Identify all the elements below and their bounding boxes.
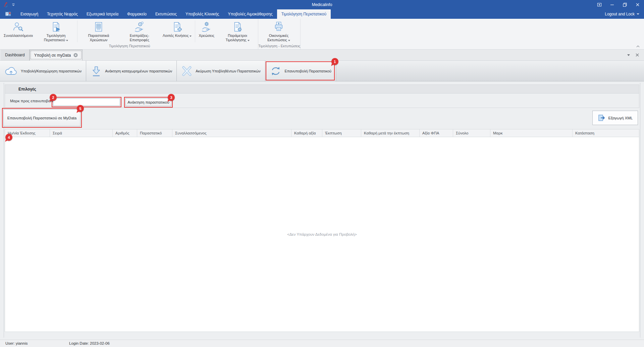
column-header-παραστατικό[interactable]: Παραστατικό bbox=[137, 129, 172, 137]
ribbon-collapse-icon[interactable] bbox=[635, 44, 641, 48]
ribbon-group-caption: Τιμολόγηση - Εκτυπώσεις bbox=[258, 43, 300, 49]
tab-strip-close-icon[interactable] bbox=[635, 53, 639, 57]
menu-tab-εξωτερικά-ιατρεία[interactable]: Εξωτερικά Ιατρεία bbox=[82, 9, 123, 19]
toolbar-button-ανάκτηση-καταχωρημένων-παραστατικών[interactable]: Ανάκτηση καταχωρημένων παραστατικών bbox=[86, 61, 177, 81]
document-tab-strip: DashboardΥποβολή σε myData bbox=[0, 50, 644, 61]
menu-tab-τιμολόγηση-περιστατικού[interactable]: Τιμολόγηση Περιστατικού bbox=[277, 9, 331, 19]
ribbon-button-συναλλασσόμενοι[interactable]: Συναλλασσόμενοι bbox=[1, 19, 36, 43]
invoice-doc-icon bbox=[50, 20, 62, 34]
cancel-x-icon bbox=[181, 65, 193, 77]
toolbar-button-επανυποβολή-παραστατικού[interactable]: Επανυποβολή Παραστατικού1 bbox=[265, 61, 336, 81]
annotation-badge-2: 2 bbox=[50, 94, 57, 101]
tab-close-icon[interactable] bbox=[73, 53, 78, 57]
cloud-upload-icon bbox=[4, 66, 18, 76]
ribbon-button-παραστατικά-χρεώσεων[interactable]: Παραστατικά Χρεώσεων bbox=[78, 19, 119, 43]
retrieve-document-button[interactable]: Ανάκτηση παραστατικού bbox=[125, 98, 171, 106]
application-menu-button[interactable] bbox=[0, 9, 16, 19]
menu-tab-φαρμακείο[interactable]: Φαρμακείο bbox=[123, 9, 151, 19]
options-caption: Επιλογές bbox=[5, 85, 639, 94]
status-bar: User: yiannis Login Date: 2023-02-06 bbox=[0, 340, 644, 347]
ribbon-group-caption: Τιμολόγηση Περιστατικού bbox=[1, 43, 258, 49]
download-icon bbox=[91, 65, 102, 77]
ribbon-button-εισπράξεις-επιστροφές[interactable]: 1Εισπράξεις-Επιστροφές bbox=[119, 19, 160, 43]
document-tab-υποβολή-σε-mydata[interactable]: Υποβολή σε myData bbox=[30, 50, 83, 60]
close-button[interactable] bbox=[631, 0, 644, 9]
hand-gear-icon bbox=[201, 20, 212, 34]
restore-button[interactable] bbox=[619, 0, 631, 9]
ribbon-group-τιμολόγηση-εκτυπώσεις: Οικονομικές ΕκτυπώσειςΤιμολόγηση - Εκτυπ… bbox=[258, 19, 301, 49]
toolbar-button-ακύρωση-υποβληθέντων-παραστατικών[interactable]: Ακύρωση Υποβληθέντων Παραστατικών bbox=[177, 61, 265, 81]
ribbon-button-label: Τιμολόγηση Περιστατικού bbox=[38, 34, 74, 42]
column-header-αριθμός[interactable]: Αριθμός bbox=[113, 129, 137, 137]
document-tab-dashboard[interactable]: Dashboard bbox=[1, 50, 30, 60]
ribbon-button-χρεώσεις[interactable]: Χρεώσεις bbox=[196, 19, 217, 43]
logout-and-lock-button[interactable]: Logout and Lock bbox=[605, 9, 644, 19]
ribbon-button-label: Λοιπές Κινήσεις bbox=[163, 34, 192, 38]
application-menu-icon bbox=[4, 11, 12, 17]
ribbon: ΣυναλλασσόμενοιΤιμολόγηση ΠεριστατικούΠα… bbox=[0, 19, 644, 50]
minimize-icon bbox=[609, 2, 615, 7]
ribbon-button-label: Οικονομικές Εκτυπώσεις bbox=[261, 34, 297, 42]
export-xml-icon bbox=[598, 114, 606, 122]
column-header-έκπτωση[interactable]: Έκπτωση bbox=[322, 129, 361, 137]
grid-empty-text: <Δεν Υπάρχουν Δεδομένα για Προβολή> bbox=[287, 232, 357, 236]
toolbar-button-label: Ανάκτηση καταχωρημένων παραστατικών bbox=[105, 69, 172, 73]
status-login-date: Login Date: 2023-02-06 bbox=[69, 341, 110, 345]
chevron-down-icon bbox=[190, 36, 192, 37]
restore-icon bbox=[622, 2, 628, 7]
doc-gear-icon bbox=[232, 20, 243, 34]
ribbon-button-label: Εισπράξεις-Επιστροφές bbox=[122, 34, 157, 42]
ribbon-button-παράμετροι-τιμολόγησης[interactable]: Παράμετροι Τιμολόγησης bbox=[217, 19, 258, 43]
menu-tabs: ΕισαγωγήΤεχνητός ΝεφρόςΕξωτερικά Ιατρεία… bbox=[16, 9, 331, 19]
menu-tab-εισαγωγή[interactable]: Εισαγωγή bbox=[16, 9, 43, 19]
ribbon-button-label: Χρεώσεις bbox=[199, 34, 214, 38]
ribbon-button-οικονομικές-εκτυπώσεις[interactable]: Οικονομικές Εκτυπώσεις bbox=[258, 19, 299, 43]
document-tab-label: Υποβολή σε myData bbox=[34, 53, 71, 58]
column-header-καθαρή-αξία[interactable]: Καθαρή αξία bbox=[291, 129, 322, 137]
mark-label: Μαρκ προς επανυποβολή bbox=[10, 99, 54, 103]
column-header-σύνολο[interactable]: Σύνολο bbox=[453, 129, 490, 137]
annotation-badge-5: 5 bbox=[77, 105, 84, 112]
column-header-σειρά[interactable]: Σειρά bbox=[50, 129, 113, 137]
ribbon-item-separator bbox=[77, 20, 77, 42]
minimize-button[interactable] bbox=[606, 0, 619, 9]
column-header-κατάσταση[interactable]: Κατάσταση bbox=[573, 129, 639, 137]
toolbar-button-υποβολή-καταχώρηση-παραστατικών[interactable]: Υποβολή/Καταχώρηση παραστατικών bbox=[0, 61, 86, 81]
ribbon-button-label: Παραστατικά Χρεώσεων bbox=[81, 34, 116, 42]
menu-tab-τεχνητός-νεφρός[interactable]: Τεχνητός Νεφρός bbox=[43, 9, 82, 19]
chevron-down-icon bbox=[248, 40, 250, 41]
ribbon-button-τιμολόγηση-περιστατικού[interactable]: Τιμολόγηση Περιστατικού bbox=[36, 19, 76, 43]
column-header-αξία-φπα[interactable]: Αξία ΦΠΑ bbox=[420, 129, 453, 137]
annotation-badge-4: 4 bbox=[5, 134, 12, 141]
retrieve-annotation: Ανάκτηση παραστατικού 3 bbox=[125, 98, 171, 106]
export-xml-button[interactable]: Εξαγωγή XML bbox=[592, 111, 638, 125]
menu-tab-υποβολές-αιμοκάθαρσης[interactable]: Υποβολές Αιμοκάθαρσης bbox=[223, 9, 277, 19]
menu-tab-υποβολές-κλινικής[interactable]: Υποβολές Κλινικής bbox=[181, 9, 223, 19]
resubmit-to-mydata-button[interactable]: Επανυποβολή Παραστατικού σε MyData bbox=[3, 109, 80, 126]
menu-tab-εκτυπώσεις[interactable]: Εκτυπώσεις bbox=[151, 9, 181, 19]
window-title: Medicalinfo bbox=[0, 2, 644, 7]
chevron-down-icon bbox=[66, 40, 68, 41]
charges-doc-icon bbox=[93, 20, 104, 34]
display-options-button[interactable] bbox=[593, 0, 606, 9]
sync-icon bbox=[270, 65, 282, 77]
ribbon-button-λοιπές-κινήσεις[interactable]: Λοιπές Κινήσεις bbox=[160, 19, 195, 43]
ribbon-tab-bar: ΕισαγωγήΤεχνητός ΝεφρόςΕξωτερικά Ιατρεία… bbox=[0, 9, 644, 19]
mark-input[interactable] bbox=[53, 98, 120, 106]
column-header-συναλλασσόμενος[interactable]: Συναλλασσόμενος bbox=[172, 129, 291, 137]
quick-access-dropdown-icon[interactable] bbox=[11, 3, 15, 7]
grid-body[interactable]: <Δεν Υπάρχουν Δεδομένα για Προβολή> bbox=[5, 137, 639, 332]
toolbar-button-label: Ακύρωση Υποβληθέντων Παραστατικών bbox=[196, 69, 260, 73]
ribbon-button-label: Παράμετροι Τιμολόγησης bbox=[220, 34, 255, 42]
title-bar: Medicalinfo bbox=[0, 0, 644, 9]
ribbon-item-separator bbox=[195, 20, 195, 42]
toolbar-button-label: Υποβολή/Καταχώρηση παραστατικών bbox=[21, 69, 82, 73]
mark-input-annotation: 2 bbox=[53, 98, 120, 106]
status-user: User: yiannis bbox=[5, 341, 28, 345]
column-header-καθαρή-μετά-την-έκπτωση[interactable]: Καθαρή μετά την έκπτωση bbox=[361, 129, 420, 137]
column-header-μαρκ[interactable]: Μαρκ bbox=[490, 129, 573, 137]
printer-icon bbox=[273, 20, 284, 34]
tab-list-dropdown-icon[interactable] bbox=[627, 54, 630, 56]
grid-column-headers: Ημ/νία ΈκδοσηςΣειράΑριθμόςΠαραστατικόΣυν… bbox=[5, 129, 639, 137]
toolbar-button-label: Επανυποβολή Παραστατικού bbox=[285, 69, 331, 73]
